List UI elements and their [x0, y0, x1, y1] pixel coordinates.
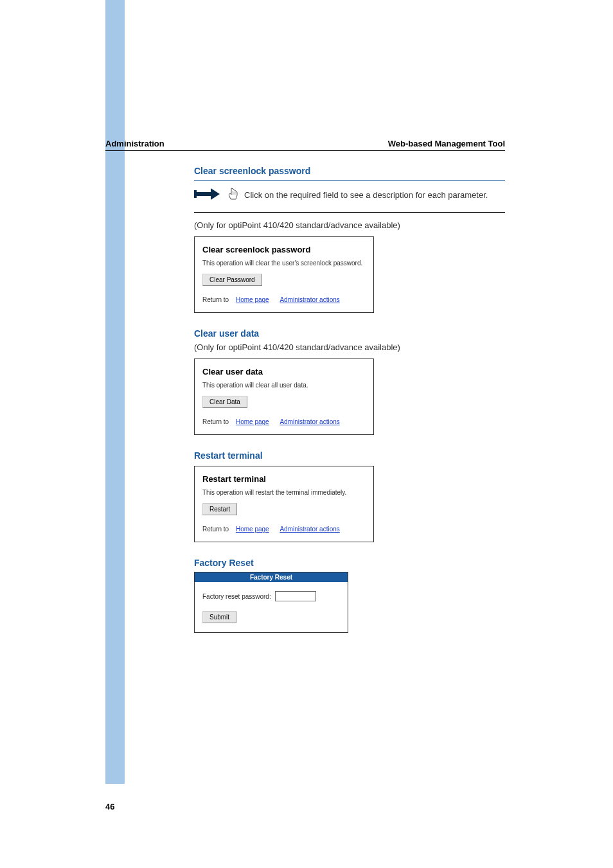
- svg-rect-0: [197, 192, 211, 196]
- return-to-label: Return to: [202, 418, 229, 425]
- factory-reset-password-label: Factory reset password:: [202, 593, 271, 600]
- left-color-bar: [105, 0, 125, 784]
- hand-cursor-icon: [227, 187, 239, 203]
- submit-button[interactable]: Submit: [202, 611, 236, 623]
- panel-desc: This operation will restart the terminal…: [202, 489, 366, 496]
- info-note: Click on the required field to see a des…: [194, 187, 505, 203]
- return-row: Return to Home page Administrator action…: [202, 296, 366, 303]
- home-page-link[interactable]: Home page: [236, 526, 269, 533]
- return-row: Return to Home page Administrator action…: [202, 526, 366, 533]
- restart-terminal-panel: Restart terminal This operation will res…: [194, 466, 374, 542]
- svg-marker-1: [211, 188, 220, 200]
- arrow-right-icon: [194, 187, 222, 203]
- clear-data-button[interactable]: Clear Data: [202, 396, 247, 408]
- page-header: Administration Web-based Management Tool: [105, 139, 505, 148]
- factory-reset-body: Factory reset password: Submit: [195, 582, 348, 632]
- header-left: Administration: [105, 139, 164, 148]
- panel-title: Restart terminal: [202, 474, 366, 484]
- panel-title: Clear screenlock password: [202, 245, 366, 254]
- page-number: 46: [105, 802, 114, 811]
- factory-reset-password-row: Factory reset password:: [202, 591, 340, 601]
- header-divider: [105, 150, 505, 151]
- admin-actions-link[interactable]: Administrator actions: [280, 296, 339, 303]
- panel-title: Clear user data: [202, 367, 366, 376]
- panel-desc: This operation will clear the user's scr…: [202, 260, 366, 267]
- svg-rect-2: [194, 190, 197, 198]
- home-page-link[interactable]: Home page: [236, 418, 269, 425]
- clear-user-data-panel: Clear user data This operation will clea…: [194, 359, 374, 435]
- availability-note-1: (Only for optiPoint 410/420 standard/adv…: [194, 220, 505, 230]
- clear-password-button[interactable]: Clear Password: [202, 274, 262, 286]
- clear-screenlock-panel: Clear screenlock password This operation…: [194, 236, 374, 313]
- factory-reset-password-input[interactable]: [275, 591, 316, 601]
- home-page-link[interactable]: Home page: [236, 296, 269, 303]
- admin-actions-link[interactable]: Administrator actions: [280, 418, 339, 425]
- sub-divider: [194, 212, 505, 213]
- factory-reset-panel-header: Factory Reset: [195, 572, 348, 582]
- factory-reset-heading: Factory Reset: [194, 558, 505, 568]
- clear-screenlock-heading: Clear screenlock password: [194, 166, 505, 176]
- availability-note-2: (Only for optiPoint 410/420 standard/adv…: [194, 342, 505, 352]
- heading-underline: [194, 180, 505, 181]
- restart-terminal-heading: Restart terminal: [194, 450, 505, 461]
- return-to-label: Return to: [202, 526, 229, 533]
- clear-user-data-heading: Clear user data: [194, 328, 505, 339]
- return-to-label: Return to: [202, 296, 229, 303]
- restart-button[interactable]: Restart: [202, 503, 237, 515]
- main-content: Clear screenlock password Click on the r…: [194, 166, 505, 633]
- factory-reset-panel: Factory Reset Factory reset password: Su…: [194, 572, 348, 633]
- info-note-text: Click on the required field to see a des…: [244, 190, 488, 200]
- header-right: Web-based Management Tool: [388, 139, 505, 148]
- admin-actions-link[interactable]: Administrator actions: [280, 526, 339, 533]
- return-row: Return to Home page Administrator action…: [202, 418, 366, 425]
- panel-desc: This operation will clear all user data.: [202, 382, 366, 389]
